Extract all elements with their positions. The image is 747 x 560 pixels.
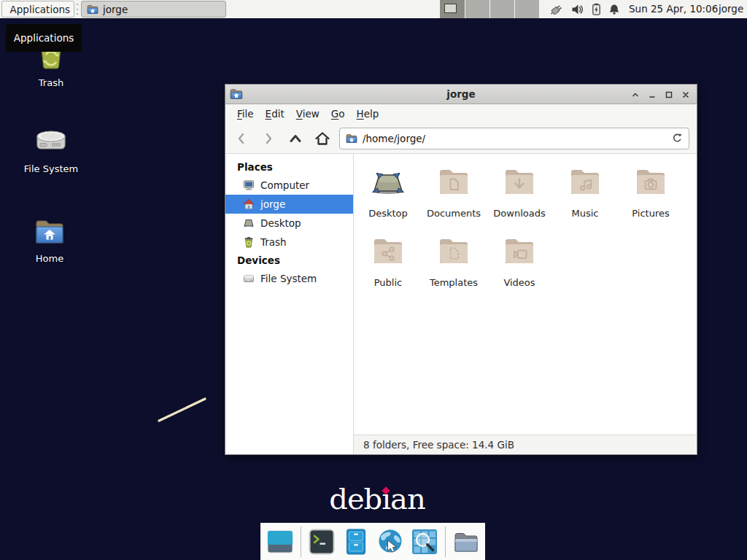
menu-file[interactable]: File: [231, 104, 260, 123]
desktop-icon-home[interactable]: Home: [13, 214, 86, 264]
sidebar-header-places: Places: [225, 158, 353, 176]
desktop: Applications jorge Sun 25 Apr, 10:06 jor…: [0, 0, 747, 560]
folder-pictures-icon: [633, 164, 668, 199]
taskbar-window-label: jorge: [103, 4, 128, 15]
icon-view: Desktop Documents Downloads Music: [354, 154, 697, 435]
desktop-artifact-line: [156, 396, 209, 424]
directory-menu-icon[interactable]: [452, 528, 480, 556]
taskbar-window-button[interactable]: jorge: [81, 1, 226, 18]
panel-username[interactable]: jorge: [719, 0, 743, 18]
file-desktop[interactable]: Desktop: [355, 164, 421, 233]
applications-menu-button[interactable]: Applications: [1, 1, 74, 18]
top-panel: Applications jorge Sun 25 Apr, 10:06 jor…: [0, 0, 747, 18]
menu-help[interactable]: Help: [351, 104, 385, 123]
forward-button[interactable]: [258, 129, 279, 148]
folder-music-icon: [568, 164, 603, 199]
applications-tooltip: Applications: [6, 24, 82, 52]
home-folder-icon: [32, 214, 67, 249]
file-downloads[interactable]: Downloads: [487, 164, 552, 233]
sidebar-header-devices: Devices: [225, 252, 353, 269]
maximize-button[interactable]: [662, 88, 676, 102]
file-music[interactable]: Music: [552, 164, 618, 233]
workspace-switcher: [440, 0, 539, 18]
notifications-bell-icon[interactable]: [608, 4, 620, 15]
terminal-icon[interactable]: [308, 528, 336, 556]
folder-templates-icon: [436, 233, 471, 268]
xfce-logo-icon: [6, 3, 7, 15]
folder-public-icon: [371, 233, 406, 268]
current-folder-icon: [346, 133, 357, 144]
desktop-icon-label: File System: [24, 163, 78, 174]
desktop-icon-label: Trash: [39, 77, 63, 88]
workspace-3[interactable]: [489, 0, 514, 18]
up-button[interactable]: [285, 129, 306, 148]
close-button[interactable]: [679, 88, 692, 102]
menu-go[interactable]: Go: [325, 104, 351, 123]
window-titlebar[interactable]: jorge: [225, 85, 697, 104]
drive-icon: [243, 273, 255, 284]
file-videos[interactable]: Videos: [487, 233, 552, 303]
menu-edit[interactable]: Edit: [260, 104, 290, 123]
folder-videos-icon: [502, 233, 537, 268]
home-button[interactable]: [312, 129, 333, 148]
computer-icon: [243, 179, 255, 191]
bottom-dock: [260, 523, 485, 560]
desktop-icon-filesystem[interactable]: File System: [15, 124, 88, 174]
window-title: jorge: [225, 88, 697, 100]
shade-button[interactable]: [629, 88, 642, 102]
sidebar-item-desktop[interactable]: Desktop: [225, 214, 353, 233]
right-pane: Desktop Documents Downloads Music: [354, 154, 697, 454]
tooltip-text: Applications: [14, 32, 74, 44]
menu-view[interactable]: View: [290, 104, 325, 123]
filesystem-drive-icon: [34, 124, 69, 159]
file-documents[interactable]: Documents: [421, 164, 487, 233]
file-manager-window: jorge File Edit View Go Help /home/jorge…: [225, 84, 697, 455]
location-path: /home/jorge/: [363, 133, 667, 144]
sidebar-item-filesystem[interactable]: File System: [225, 269, 353, 288]
system-tray: [549, 0, 620, 18]
back-button[interactable]: [231, 129, 252, 148]
statusbar: 8 folders, Free space: 14.4 GiB: [354, 435, 697, 454]
side-pane: Places Computer jorge Desktop Trash: [225, 154, 354, 454]
applications-menu-label: Applications: [10, 4, 70, 15]
file-pictures[interactable]: Pictures: [618, 164, 684, 233]
window-controls: [629, 85, 692, 104]
file-templates[interactable]: Templates: [421, 233, 487, 303]
workspace-2[interactable]: [465, 0, 489, 18]
sidebar-item-trash[interactable]: Trash: [225, 233, 353, 252]
home-folder-icon: [87, 4, 98, 15]
application-finder-icon[interactable]: [411, 528, 438, 556]
home-icon: [243, 198, 255, 210]
file-public[interactable]: Public: [355, 233, 421, 303]
panel-clock[interactable]: Sun 25 Apr, 10:06: [629, 0, 718, 18]
dock-separator: [301, 526, 301, 557]
file-manager-icon[interactable]: [342, 528, 370, 556]
location-bar[interactable]: /home/jorge/: [339, 128, 689, 149]
minimize-button[interactable]: [646, 88, 659, 102]
menubar: File Edit View Go Help: [225, 104, 697, 123]
trash-icon: [243, 236, 255, 248]
tasklist-handle[interactable]: [76, 4, 79, 15]
reload-button[interactable]: [672, 133, 683, 144]
toolbar: /home/jorge/: [225, 123, 697, 154]
dock-separator: [445, 526, 446, 557]
folder-downloads-icon: [502, 164, 537, 199]
sidebar-item-jorge[interactable]: jorge: [225, 195, 353, 214]
window-content: Places Computer jorge Desktop Trash: [225, 154, 697, 454]
debian-wordmark: debıan: [326, 481, 428, 516]
sidebar-item-computer[interactable]: Computer: [225, 176, 353, 195]
folder-documents-icon: [436, 164, 471, 199]
power-plug-icon[interactable]: [549, 1, 565, 18]
show-desktop-icon[interactable]: [266, 528, 294, 556]
desktop-icon: [371, 164, 406, 199]
desktop-icon: [243, 217, 255, 229]
workspace-1[interactable]: [440, 0, 465, 18]
battery-charging-icon[interactable]: [591, 3, 602, 15]
desktop-icon-label: Home: [36, 253, 63, 264]
audio-volume-icon[interactable]: [571, 3, 584, 16]
web-browser-icon[interactable]: [376, 528, 404, 556]
workspace-window-thumb: [444, 4, 457, 13]
workspace-4[interactable]: [514, 0, 539, 18]
